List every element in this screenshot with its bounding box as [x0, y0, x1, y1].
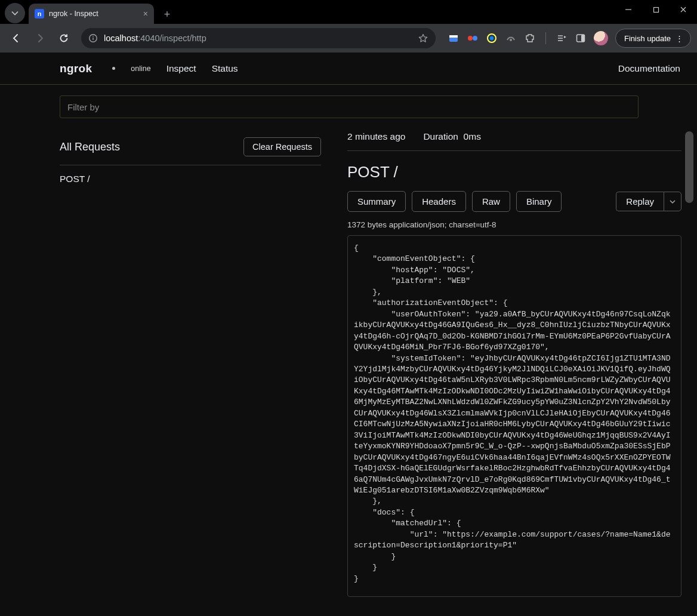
back-button[interactable] — [6, 28, 26, 48]
ngrok-header: ngrok online Inspect Status Documentatio… — [0, 53, 697, 85]
caret-down-icon — [670, 199, 676, 205]
extensions-row: Finish update ⋮ — [443, 29, 691, 48]
svg-point-9 — [490, 36, 494, 40]
svg-point-10 — [510, 39, 512, 41]
extension-icon[interactable] — [448, 32, 459, 44]
clear-requests-button[interactable]: Clear Requests — [243, 137, 321, 156]
tab-summary[interactable]: Summary — [347, 191, 406, 212]
close-window-button[interactable] — [670, 0, 697, 19]
bookmark-icon[interactable] — [418, 33, 428, 44]
favicon-icon: n — [35, 9, 44, 19]
request-path: / — [87, 174, 90, 184]
nav-documentation[interactable]: Documentation — [618, 63, 680, 74]
svg-point-7 — [473, 36, 477, 41]
chevron-down-icon — [11, 10, 18, 17]
window-titlebar: n ngrok - Inspect × + — [0, 0, 697, 24]
tab-title: ngrok - Inspect — [49, 10, 98, 18]
svg-rect-2 — [92, 38, 93, 40]
site-info-icon[interactable] — [88, 33, 98, 43]
scrollbar-thumb[interactable] — [685, 131, 693, 203]
new-tab-button[interactable]: + — [159, 6, 175, 23]
replay-button[interactable]: Replay — [616, 192, 664, 211]
svg-rect-5 — [449, 35, 458, 38]
request-age: 2 minutes ago — [347, 131, 405, 142]
divider — [545, 32, 546, 44]
detail-tabs: Summary Headers Raw Binary Replay — [347, 191, 681, 212]
svg-rect-12 — [581, 35, 585, 42]
browser-tab[interactable]: n ngrok - Inspect × — [29, 4, 154, 24]
duration-value: 0ms — [464, 131, 481, 141]
duration-label: Duration — [423, 131, 458, 141]
request-method: POST — [60, 174, 85, 184]
tab-headers[interactable]: Headers — [412, 191, 466, 212]
media-controls-icon[interactable] — [556, 32, 568, 44]
extension-icon[interactable] — [505, 32, 517, 44]
finish-update-button[interactable]: Finish update ⋮ — [615, 29, 691, 48]
request-detail-pane: 2 minutes ago Duration 0ms POST / Summar… — [332, 96, 697, 616]
finish-update-label: Finish update — [624, 34, 671, 43]
window-controls — [615, 0, 697, 19]
status-pill: online — [131, 64, 150, 73]
extensions-menu-icon[interactable] — [524, 32, 536, 44]
forward-button[interactable] — [30, 28, 50, 48]
extension-icon[interactable] — [486, 32, 498, 44]
nav-inspect[interactable]: Inspect — [166, 63, 196, 74]
status-dot-icon — [112, 67, 115, 70]
side-panel-icon[interactable] — [575, 32, 587, 44]
close-tab-icon[interactable]: × — [143, 9, 148, 19]
reload-button[interactable] — [54, 28, 74, 48]
browser-toolbar: localhost:4040/inspect/http Finish updat… — [0, 24, 697, 53]
profile-avatar[interactable] — [594, 31, 608, 45]
tab-raw[interactable]: Raw — [472, 191, 510, 212]
tab-strip: n ngrok - Inspect × + — [0, 0, 175, 24]
svg-rect-3 — [92, 36, 93, 36]
kebab-icon: ⋮ — [676, 34, 684, 43]
minimize-button[interactable] — [615, 0, 642, 19]
url-text: localhost:4040/inspect/http — [104, 33, 206, 43]
request-list-item[interactable]: POST / — [60, 165, 321, 193]
replay-dropdown[interactable] — [664, 192, 681, 211]
nav-status[interactable]: Status — [212, 63, 238, 74]
maximize-button[interactable] — [642, 0, 670, 19]
request-body[interactable]: { "commonEventObject": { "hostApp": "DOC… — [347, 235, 681, 597]
content-type-line: 1372 bytes application/json; charset=utf… — [347, 220, 681, 229]
svg-point-6 — [468, 36, 473, 41]
search-tabs-button[interactable] — [5, 3, 25, 23]
extension-icon[interactable] — [467, 32, 479, 44]
brand-logo: ngrok — [60, 62, 92, 75]
svg-rect-0 — [653, 7, 658, 12]
tab-binary[interactable]: Binary — [516, 191, 562, 212]
request-list-pane: All Requests Clear Requests POST / — [60, 131, 332, 616]
all-requests-heading: All Requests — [60, 141, 120, 153]
ngrok-page: ngrok online Inspect Status Documentatio… — [0, 53, 697, 616]
request-title: POST / — [347, 163, 681, 181]
address-bar[interactable]: localhost:4040/inspect/http — [81, 28, 436, 48]
